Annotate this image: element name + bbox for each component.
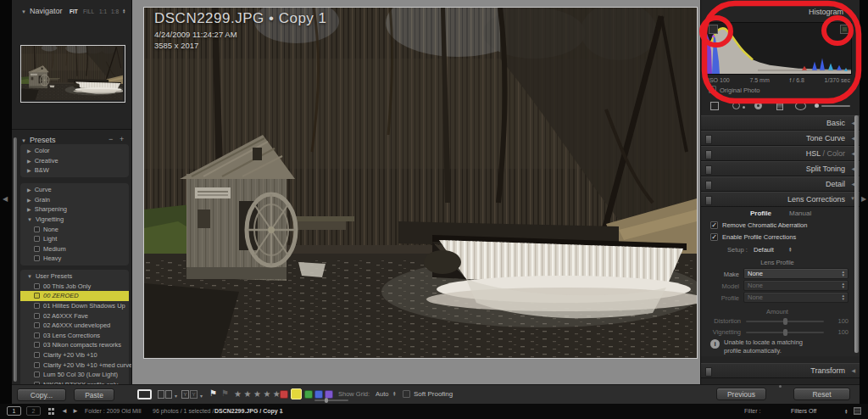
star-rating[interactable]: ★★★★★ xyxy=(234,389,282,399)
graduated-filter-icon[interactable] xyxy=(776,101,783,110)
tab-manual[interactable]: Manual xyxy=(789,210,811,217)
tab-profile[interactable]: Profile xyxy=(750,210,771,217)
flag-pick-icon[interactable]: ⚑ xyxy=(209,388,217,398)
photo-frame[interactable] xyxy=(143,7,698,359)
panel-basic[interactable]: Basic◀ xyxy=(701,115,860,131)
preset-folder-creative[interactable]: ▶Creative xyxy=(20,156,129,166)
histogram-graph[interactable] xyxy=(706,22,852,75)
grid-mode-dropdown-icon[interactable]: ▴▾ xyxy=(393,391,396,397)
panel-toggle-switch[interactable] xyxy=(705,196,712,205)
survey-dropdown-icon[interactable]: ▾ xyxy=(200,393,203,399)
shadow-clipping-indicator-icon[interactable]: ▲ xyxy=(709,25,718,34)
filter-toggle-icon[interactable] xyxy=(854,407,861,415)
spot-removal-icon[interactable] xyxy=(732,102,740,109)
navigator-zoom-fill[interactable]: FILL xyxy=(83,8,94,14)
radial-filter-icon[interactable] xyxy=(795,102,806,110)
grid-view-icon[interactable] xyxy=(48,408,55,415)
screen-1-button[interactable]: 1 xyxy=(7,406,21,416)
preset-folder-grain[interactable]: ▶Grain xyxy=(20,195,129,205)
preset-folder-user-presets[interactable]: ▼User Presets xyxy=(20,271,129,282)
screen-2-button[interactable]: 2 xyxy=(26,406,41,416)
preset-item[interactable]: 03 Nikon compacts reworks xyxy=(20,340,129,350)
distortion-slider-thumb[interactable] xyxy=(783,318,787,325)
paste-button[interactable]: Paste xyxy=(74,388,114,401)
loupe-view-icon[interactable] xyxy=(137,389,152,399)
soft-proofing-checkbox[interactable] xyxy=(403,390,410,398)
previous-button[interactable]: Previous xyxy=(716,388,766,400)
reset-button[interactable]: Reset xyxy=(793,388,850,400)
next-photo-arrow-icon[interactable]: ► xyxy=(72,407,79,415)
flag-reject-icon[interactable]: ⚑ xyxy=(221,388,229,398)
highlight-clipping-indicator-icon[interactable] xyxy=(840,25,849,34)
vignetting-slider-thumb[interactable] xyxy=(783,329,787,336)
preset-item[interactable]: 01 Hilites Down Shadows Up xyxy=(20,301,129,311)
navigator-zoom-1-1[interactable]: 1:1 xyxy=(99,8,107,14)
preset-item[interactable]: Clarity +20 Vib +10 +med curve xyxy=(20,360,129,370)
preset-item[interactable]: 03 Lens Corrections xyxy=(20,331,129,341)
panel-toggle-switch[interactable] xyxy=(705,367,712,377)
remove-ca-checkbox[interactable]: ✓ xyxy=(710,221,718,229)
preset-item[interactable]: Lum 50 Col 30 (Low Light) xyxy=(20,370,129,380)
preset-item-light[interactable]: Light xyxy=(20,234,129,244)
grid-size-slider-thumb[interactable] xyxy=(325,398,328,403)
compare-view-icon[interactable] xyxy=(158,390,164,399)
preset-item-selected[interactable]: 00 ZEROED xyxy=(20,291,129,301)
setup-value[interactable]: Default xyxy=(754,246,774,254)
file-dropdown-icon[interactable]: ▾ xyxy=(280,409,282,415)
panel-tone-curve[interactable]: Tone Curve◀ xyxy=(701,131,860,146)
current-file-name[interactable]: DSCN2299.JPG / Copy 1 xyxy=(214,408,283,414)
folder-path[interactable]: Folder : 2009 Old Mill xyxy=(85,408,142,414)
setup-dropdown-icon[interactable]: ▴▾ xyxy=(789,247,792,253)
right-panel-scrollbar[interactable] xyxy=(854,115,859,353)
vignetting-slider[interactable] xyxy=(746,332,824,333)
preset-add-button[interactable]: + xyxy=(120,135,124,143)
color-label-green[interactable] xyxy=(304,390,313,399)
red-eye-tool-icon[interactable] xyxy=(754,102,762,109)
filter-value[interactable]: Filters Off xyxy=(791,408,816,414)
panel-detail[interactable]: Detail◀ xyxy=(701,176,860,192)
preset-folder-curve[interactable]: ▶Curve xyxy=(20,185,129,195)
preset-item[interactable]: 02 A6XXX undeveloped xyxy=(20,321,129,331)
preset-item-medium[interactable]: Medium xyxy=(20,244,129,254)
panel-toggle-switch[interactable] xyxy=(705,135,712,144)
survey-view-icon[interactable]: Y xyxy=(181,390,189,399)
enable-profile-checkbox[interactable]: ✓ xyxy=(710,233,718,241)
histogram-collapse-icon[interactable]: ▼ xyxy=(848,9,853,14)
copy-button[interactable]: Copy... xyxy=(17,388,66,401)
panel-toggle-switch[interactable] xyxy=(705,181,712,190)
preset-item[interactable]: 00 This Job Only xyxy=(20,282,129,292)
previous-photo-arrow-icon[interactable]: ◄ xyxy=(61,407,68,415)
panel-toggle-switch[interactable] xyxy=(705,150,712,159)
panel-lens-corrections[interactable]: Lens Corrections▼ xyxy=(701,192,860,207)
preset-item[interactable]: Clarity +20 Vib +10 xyxy=(20,350,129,360)
make-dropdown[interactable]: None▴▾ xyxy=(743,268,849,279)
panel-transform[interactable]: Transform◀ xyxy=(701,363,860,378)
compare-dropdown-icon[interactable]: ▾ xyxy=(175,393,177,399)
color-label-red[interactable] xyxy=(280,390,288,399)
color-label-blue[interactable] xyxy=(314,390,323,399)
original-photo-checkbox[interactable] xyxy=(709,86,716,93)
preset-folder-sharpening[interactable]: ▶Sharpening xyxy=(20,204,129,215)
navigator-zoom-fit[interactable]: FIT xyxy=(70,8,78,14)
profile-dropdown[interactable]: None▴▾ xyxy=(743,292,849,303)
adjustment-brush-icon[interactable] xyxy=(815,103,819,108)
navigator-zoom-options-icon[interactable]: ▴▾ xyxy=(123,8,125,14)
grid-mode-value[interactable]: Auto xyxy=(376,390,388,398)
preset-folder-vignetting[interactable]: ▼Vignetting xyxy=(20,215,129,225)
preset-item-none[interactable]: None xyxy=(20,224,129,234)
navigator-thumbnail[interactable] xyxy=(20,45,125,103)
preset-folder-bw[interactable]: ▶B&W xyxy=(20,165,129,176)
preset-folder-color[interactable]: ▶Color xyxy=(20,146,129,156)
filter-dropdown-icon[interactable]: ▴▾ xyxy=(845,409,848,415)
model-dropdown[interactable]: None▴▾ xyxy=(743,280,849,291)
collapse-right-panel-icon[interactable]: ▶ xyxy=(861,195,866,203)
preset-item-heavy[interactable]: Heavy xyxy=(20,254,129,264)
panel-hsl-color[interactable]: HSL / Color ◀ xyxy=(701,146,860,161)
preset-remove-button[interactable]: − xyxy=(108,135,113,143)
navigator-zoom-1-8[interactable]: 1:8 xyxy=(111,8,119,14)
color-label-yellow-selected[interactable] xyxy=(291,388,302,399)
presets-collapse-icon[interactable]: ▼ xyxy=(21,138,26,143)
crop-tool-icon[interactable] xyxy=(710,102,719,110)
distortion-slider[interactable] xyxy=(746,321,824,322)
navigator-collapse-icon[interactable]: ▼ xyxy=(21,9,26,14)
